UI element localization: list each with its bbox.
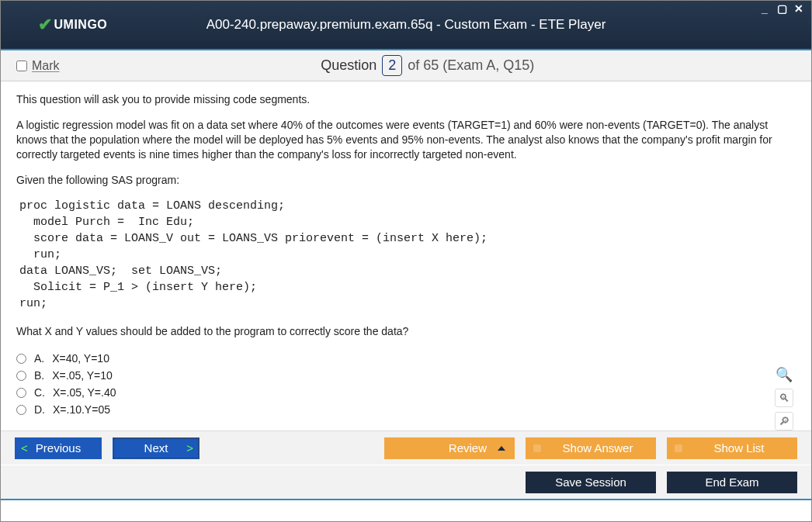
show-list-label: Show List: [713, 441, 764, 455]
option-b-letter: B.: [34, 369, 44, 382]
show-list-button[interactable]: Show List: [667, 437, 797, 459]
option-a-text: X=40, Y=10: [52, 352, 109, 365]
question-of-text: of 65 (Exam A, Q15): [408, 57, 534, 73]
option-c-text: X=.05, Y=.40: [53, 386, 116, 399]
chevron-right-icon: >: [186, 441, 193, 455]
review-button[interactable]: Review: [384, 437, 515, 459]
answer-options: A. X=40, Y=10 B. X=.05, Y=10 C. X=.05, Y…: [16, 350, 796, 418]
review-label: Review: [449, 441, 487, 455]
option-a-letter: A.: [34, 352, 44, 365]
option-d-text: X=.10.Y=05: [53, 403, 110, 416]
option-a-radio[interactable]: [16, 354, 26, 364]
question-body: A logistic regression model was fit on a…: [16, 118, 796, 162]
previous-label: Previous: [36, 441, 81, 455]
option-c[interactable]: C. X=.05, Y=.40: [16, 384, 796, 401]
option-b-text: X=.05, Y=10: [52, 369, 113, 382]
logo-text: UMINGO: [54, 18, 108, 32]
logo: ✔ UMINGO: [38, 15, 107, 35]
show-answer-button[interactable]: Show Answer: [526, 437, 656, 459]
question-prompt: What X and Y values should be added to t…: [16, 324, 796, 339]
question-counter: Question 2 of 65 (Exam A, Q15): [60, 55, 796, 76]
window-controls: _ ▢ ✕: [758, 2, 805, 15]
code-block: proc logistic data = LOANS descending; m…: [19, 198, 796, 312]
next-button[interactable]: Next >: [113, 437, 200, 459]
zoom-in-icon[interactable]: 🔍︎: [775, 389, 793, 407]
titlebar: ✔ UMINGO A00-240.prepaway.premium.exam.6…: [1, 1, 811, 50]
marker-icon: [675, 444, 682, 452]
end-exam-button[interactable]: End Exam: [667, 472, 797, 493]
question-content: This question will ask you to provide mi…: [1, 81, 811, 430]
zoom-out-icon[interactable]: 🔎︎: [775, 412, 793, 430]
infobar: Mark Question 2 of 65 (Exam A, Q15): [1, 50, 811, 81]
question-label: Question: [321, 57, 377, 73]
search-icon[interactable]: 🔍: [775, 365, 793, 384]
maximize-icon[interactable]: ▢: [776, 2, 788, 15]
mark-checkbox[interactable]: [16, 60, 27, 71]
caret-up-icon: [498, 446, 505, 451]
question-number: 2: [382, 55, 402, 76]
option-a[interactable]: A. X=40, Y=10: [16, 350, 796, 367]
bottom-row: Save Session End Exam: [1, 465, 811, 499]
window-title: A00-240.prepaway.premium.exam.65q - Cust…: [1, 17, 811, 33]
option-b-radio[interactable]: [16, 371, 26, 381]
mark-label: Mark: [32, 59, 60, 73]
option-b[interactable]: B. X=.05, Y=10: [16, 367, 796, 384]
option-c-radio[interactable]: [16, 388, 26, 398]
next-label: Next: [144, 441, 168, 455]
question-intro: This question will ask you to provide mi…: [16, 92, 796, 107]
minimize-icon[interactable]: _: [758, 2, 771, 15]
option-c-letter: C.: [34, 386, 45, 399]
nav-row: < Previous Next > Review Show Answer Sho…: [1, 430, 811, 465]
question-given: Given the following SAS program:: [16, 173, 796, 188]
option-d-radio[interactable]: [16, 405, 26, 415]
chevron-left-icon: <: [21, 441, 28, 455]
mark-checkbox-wrap[interactable]: Mark: [16, 59, 60, 73]
previous-button[interactable]: < Previous: [15, 437, 102, 459]
show-answer-label: Show Answer: [563, 441, 633, 455]
marker-icon: [533, 444, 541, 452]
close-icon[interactable]: ✕: [793, 2, 805, 15]
side-tools: 🔍 🔍︎ 🔎︎: [775, 365, 793, 430]
option-d[interactable]: D. X=.10.Y=05: [16, 401, 796, 418]
bottom-border: [1, 499, 811, 500]
save-session-button[interactable]: Save Session: [526, 472, 656, 493]
option-d-letter: D.: [34, 403, 45, 416]
check-icon: ✔: [38, 15, 53, 35]
